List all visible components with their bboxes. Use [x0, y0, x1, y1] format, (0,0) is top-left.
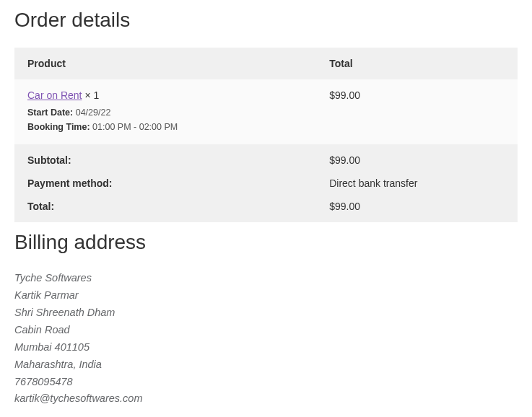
address-line: Tyche Softwares	[14, 270, 518, 287]
product-link[interactable]: Car on Rent	[27, 89, 82, 101]
address-line: Cabin Road	[14, 322, 518, 339]
address-line: Kartik Parmar	[14, 287, 518, 304]
payment-method-row: Payment method: Direct bank transfer	[14, 172, 518, 195]
total-value: $99.00	[316, 195, 518, 222]
order-details-heading: Order details	[14, 9, 518, 32]
billing-email: kartik@tychesoftwares.com	[14, 390, 518, 408]
booking-time-value: 01:00 PM - 02:00 PM	[92, 122, 178, 132]
billing-address-heading: Billing address	[14, 231, 518, 254]
column-header-product: Product	[14, 48, 316, 79]
billing-address-section: Billing address Tyche Softwares Kartik P…	[14, 231, 518, 408]
product-cell: Car on Rent × 1 Start Date: 04/29/22 Boo…	[14, 79, 316, 144]
address-line: Mumbai 401105	[14, 339, 518, 356]
line-total-cell: $99.00	[316, 79, 518, 144]
payment-method-label: Payment method:	[14, 172, 316, 195]
product-quantity: × 1	[84, 89, 99, 101]
total-row: Total: $99.00	[14, 195, 518, 222]
column-header-total: Total	[316, 48, 518, 79]
order-details-table: Product Total Car on Rent × 1 Start Date…	[14, 48, 518, 222]
subtotal-value: $99.00	[316, 144, 518, 172]
start-date-value: 04/29/22	[76, 107, 111, 118]
address-line: 7678095478	[14, 374, 518, 391]
total-label: Total:	[14, 195, 316, 222]
order-details-section: Order details Product Total Car on Rent …	[14, 9, 518, 222]
subtotal-label: Subtotal:	[14, 144, 316, 172]
subtotal-row: Subtotal: $99.00	[14, 144, 518, 172]
billing-address-block: Tyche Softwares Kartik Parmar Shri Shree…	[14, 270, 518, 408]
product-meta: Start Date: 04/29/22 Booking Time: 01:00…	[27, 105, 303, 134]
table-row: Car on Rent × 1 Start Date: 04/29/22 Boo…	[14, 79, 518, 144]
address-line: Maharashtra, India	[14, 356, 518, 374]
address-line: Shri Shreenath Dham	[14, 304, 518, 322]
booking-time-label: Booking Time:	[27, 122, 90, 132]
start-date-label: Start Date:	[27, 107, 73, 118]
payment-method-value: Direct bank transfer	[316, 172, 518, 195]
